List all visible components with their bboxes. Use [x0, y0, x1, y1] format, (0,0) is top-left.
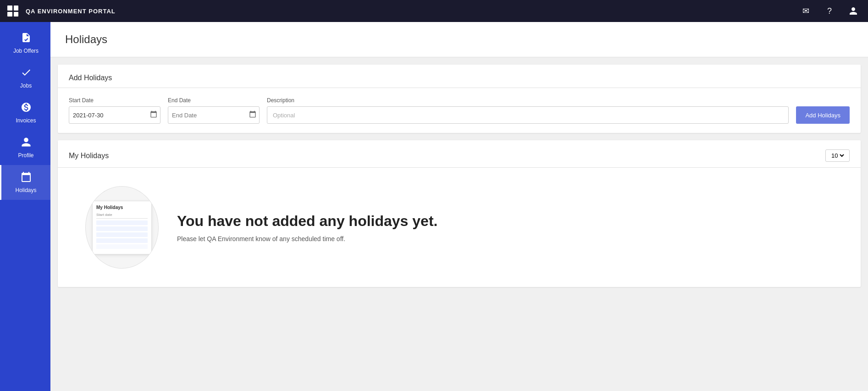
empty-state: My Holidays Start date You have not adde…: [58, 168, 861, 287]
sidebar-label-profile: Profile: [18, 152, 33, 159]
profile-icon: [21, 137, 32, 150]
my-holidays-title: My Holidays: [69, 152, 109, 160]
main-layout: Job Offers Jobs Invoices Profile Holiday…: [0, 22, 868, 391]
start-date-calendar-icon[interactable]: [150, 110, 157, 120]
sidebar-item-holidays[interactable]: Holidays: [0, 165, 50, 200]
description-input[interactable]: [267, 106, 789, 124]
description-label: Description: [267, 97, 789, 104]
jobs-icon: [21, 67, 32, 81]
mini-table-row-3: [96, 232, 148, 237]
page-header: Holidays: [50, 22, 868, 57]
end-date-label: End Date: [168, 97, 260, 104]
description-group: Description: [267, 97, 789, 124]
mail-icon[interactable]: ✉: [798, 4, 813, 18]
sidebar-item-jobs[interactable]: Jobs: [0, 61, 50, 95]
sidebar-item-profile[interactable]: Profile: [0, 130, 50, 165]
sidebar-label-holidays: Holidays: [15, 187, 36, 193]
help-icon[interactable]: ?: [822, 4, 837, 18]
end-date-input[interactable]: [172, 112, 249, 119]
add-holidays-form: Start Date End Date: [69, 97, 850, 124]
end-date-input-wrap[interactable]: [168, 106, 260, 124]
page-title: Holidays: [65, 33, 853, 46]
my-holidays-header: My Holidays 10 5 25 50: [58, 140, 861, 168]
start-date-input-wrap[interactable]: [69, 106, 160, 124]
end-date-group: End Date: [168, 97, 260, 124]
start-date-input[interactable]: [73, 112, 150, 119]
mini-table-row-2: [96, 226, 148, 231]
add-holidays-header: Add Holidays: [58, 65, 861, 88]
add-holidays-card: Add Holidays Start Date: [58, 65, 861, 133]
topbar-actions: ✉ ?: [798, 4, 861, 18]
job-offers-icon: [21, 32, 32, 46]
add-holidays-button[interactable]: Add Holidays: [796, 106, 850, 124]
add-holidays-body: Start Date End Date: [58, 88, 861, 133]
topbar: QA ENVIRONMENT PORTAL ✉ ?: [0, 0, 868, 22]
sidebar-item-invoices[interactable]: Invoices: [0, 95, 50, 130]
empty-text: You have not added any holidays yet. Ple…: [177, 212, 437, 242]
sidebar-label-jobs: Jobs: [20, 83, 32, 89]
apps-icon[interactable]: [7, 6, 18, 17]
invoices-icon: [21, 102, 32, 116]
page-size-select[interactable]: 10 5 25 50: [825, 149, 850, 162]
page-size-dropdown[interactable]: 10 5 25 50: [829, 152, 846, 160]
start-date-group: Start Date: [69, 97, 160, 124]
empty-subtext: Please let QA Environment know of any sc…: [177, 235, 437, 242]
mini-table-header: Start date: [96, 213, 148, 219]
empty-illustration: My Holidays Start date: [85, 186, 159, 269]
end-date-calendar-icon[interactable]: [249, 110, 256, 120]
mini-table-row-5: [96, 244, 148, 249]
content-area: Holidays Add Holidays Start Date: [50, 22, 868, 391]
sidebar-label-job-offers: Job Offers: [13, 48, 39, 54]
mini-table-row-4: [96, 238, 148, 243]
portal-title: QA ENVIRONMENT PORTAL: [26, 8, 798, 15]
holidays-icon: [21, 171, 32, 185]
sidebar: Job Offers Jobs Invoices Profile Holiday…: [0, 22, 50, 391]
mini-table-title: My Holidays: [96, 205, 148, 210]
start-date-label: Start Date: [69, 97, 160, 104]
mini-table: My Holidays Start date: [92, 201, 152, 254]
sidebar-label-invoices: Invoices: [16, 117, 36, 124]
user-icon[interactable]: [846, 4, 861, 18]
empty-heading: You have not added any holidays yet.: [177, 212, 437, 230]
mini-table-row-1: [96, 220, 148, 225]
sidebar-item-job-offers[interactable]: Job Offers: [0, 26, 50, 61]
my-holidays-card: My Holidays 10 5 25 50 My Holidays Start…: [58, 140, 861, 287]
